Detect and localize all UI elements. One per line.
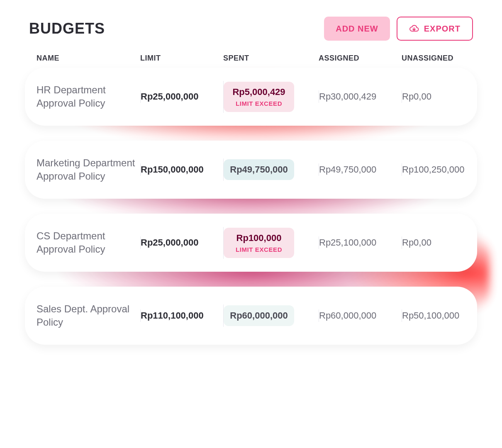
budgets-panel: BUDGETS ADD NEW EXPORT [25, 17, 477, 360]
row-name: HR Department Approval Policy [37, 83, 140, 111]
row-assigned: Rp30,000,429 [319, 90, 402, 103]
row-name: Marketing Department Approval Policy [37, 156, 140, 184]
row-limit: Rp25,000,000 [140, 236, 223, 249]
header: BUDGETS ADD NEW EXPORT [25, 17, 477, 41]
table-row[interactable]: Sales Dept. Approval Policy Rp110,100,00… [25, 287, 477, 345]
row-limit: Rp25,000,000 [140, 90, 223, 103]
col-spent: SPENT [223, 54, 319, 63]
add-new-button[interactable]: ADD NEW [324, 17, 390, 41]
row-unassigned: Rp50,100,000 [402, 309, 480, 322]
row-limit: Rp150,000,000 [140, 163, 223, 176]
limit-exceed-label: LIMIT EXCEED [236, 100, 282, 107]
row-spent: Rp60,000,000 [223, 304, 319, 327]
row-name: CS Department Approval Policy [37, 229, 140, 257]
col-name: NAME [37, 54, 140, 63]
export-label: EXPORT [424, 24, 461, 34]
rows-wrap: HR Department Approval Policy Rp25,000,0… [25, 68, 477, 345]
spent-value: Rp60,000,000 [230, 310, 288, 321]
spent-badge: Rp60,000,000 [224, 305, 294, 326]
row-spent: Rp5,000,429 LIMIT EXCEED [223, 81, 319, 113]
add-new-label: ADD NEW [336, 24, 378, 34]
row-assigned: Rp60,000,000 [319, 309, 402, 322]
spent-value: Rp49,750,000 [230, 164, 288, 175]
row-unassigned: Rp0,00 [402, 90, 480, 103]
row-unassigned: Rp0,00 [402, 236, 480, 249]
columns-header: NAME LIMIT SPENT ASSIGNED UNASSIGNED [25, 54, 477, 63]
row-name: Sales Dept. Approval Policy [37, 302, 140, 330]
export-button[interactable]: EXPORT [397, 17, 473, 41]
page-title: BUDGETS [29, 20, 105, 37]
spent-badge: Rp49,750,000 [224, 159, 294, 180]
row-spent: Rp49,750,000 [223, 158, 319, 181]
spent-value: Rp5,000,429 [232, 87, 285, 97]
spent-badge: Rp5,000,429 LIMIT EXCEED [224, 82, 294, 112]
row-assigned: Rp25,100,000 [319, 236, 402, 249]
row-unassigned: Rp100,250,000 [402, 163, 480, 176]
spent-badge: Rp100,000 LIMIT EXCEED [224, 228, 294, 258]
table-row[interactable]: Marketing Department Approval Policy Rp1… [25, 141, 477, 199]
col-assigned: ASSIGNED [319, 54, 402, 63]
table-row[interactable]: CS Department Approval Policy Rp25,000,0… [25, 214, 477, 272]
row-spent: Rp100,000 LIMIT EXCEED [223, 227, 319, 259]
table-row[interactable]: HR Department Approval Policy Rp25,000,0… [25, 68, 477, 126]
col-unassigned: UNASSIGNED [402, 54, 480, 63]
cloud-download-icon [409, 24, 419, 34]
row-assigned: Rp49,750,000 [319, 163, 402, 176]
limit-exceed-label: LIMIT EXCEED [236, 246, 282, 253]
header-actions: ADD NEW EXPORT [324, 17, 473, 41]
row-limit: Rp110,100,000 [140, 309, 223, 322]
col-limit: LIMIT [140, 54, 223, 63]
spent-value: Rp100,000 [236, 233, 282, 243]
